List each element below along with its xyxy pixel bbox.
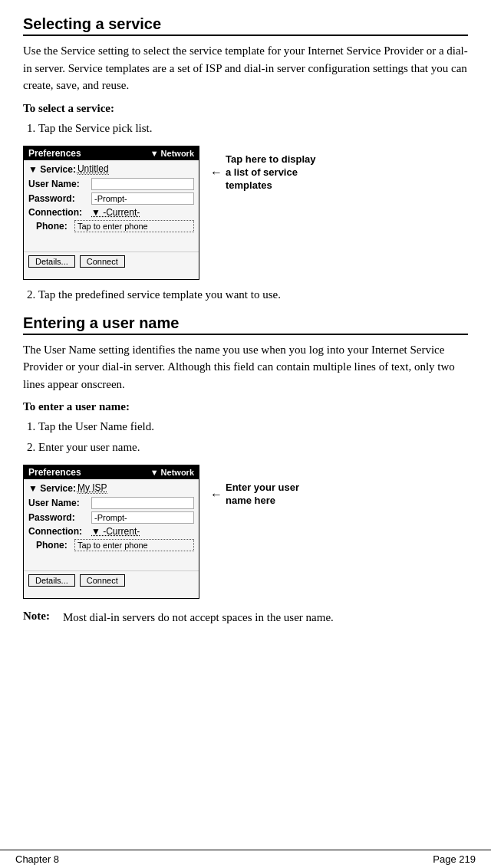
screen1-phone-field[interactable]: Tap to enter phone [74, 220, 194, 232]
screen2-body: ▼ Service: My ISP User Name: Password: -… [24, 479, 199, 570]
section1-steps2: Tap the predefined service template you … [38, 286, 468, 304]
figure2: Preferences ▼ Network ▼ Service: My ISP … [23, 465, 468, 599]
footer-left: Chapter 8 [15, 853, 59, 865]
screen2-service-value[interactable]: My ISP [77, 482, 107, 494]
screen2-connection-value[interactable]: ▼ -Current- [91, 526, 194, 537]
screen1-titlebar: Preferences ▼ Network [24, 146, 199, 160]
screen1-title-left: Preferences [28, 148, 81, 159]
screen2-phone-row: Phone: Tap to enter phone [28, 539, 194, 551]
section2-step1: Tap the User Name field. [38, 418, 468, 436]
screen1-connect-button[interactable]: Connect [80, 255, 125, 268]
section2-steps: Tap the User Name field. Enter your user… [38, 418, 468, 455]
screen1-connection-label: Connection: [28, 207, 91, 218]
figure1-callout-text: Tap here to displaya list of servicetemp… [226, 153, 316, 192]
screen1-username-row: User Name: [28, 178, 194, 190]
section2-step2: Enter your user name. [38, 439, 468, 456]
figure1: Preferences ▼ Network ▼ Service: Untitle… [23, 146, 468, 280]
screen1-service-label: ▼ Service: [28, 164, 76, 175]
screen1-username-label: User Name: [28, 179, 91, 189]
screen1-service-row: ▼ Service: Untitled [28, 163, 194, 175]
screen1-footer: Details... Connect [24, 252, 199, 271]
screen2-footer: Details... Connect [24, 570, 199, 590]
screen2-empty [28, 554, 194, 567]
section2-body: The User Name setting identifies the nam… [23, 341, 468, 393]
section1-step1: Tap the Service pick list. [38, 120, 468, 137]
screen2-username-label: User Name: [28, 498, 91, 508]
section1-steps: Tap the Service pick list. [38, 120, 468, 137]
section1-title: Selecting a service [23, 15, 468, 36]
screen2-connection-label: Connection: [28, 526, 91, 537]
screen2-service-label: ▼ Service: [28, 483, 76, 494]
figure2-callout-text: Enter your username here [226, 482, 299, 508]
section2-to-label: To enter a user name: [23, 400, 468, 413]
palm-screen-2: Preferences ▼ Network ▼ Service: My ISP … [23, 465, 199, 599]
screen1-connection-value[interactable]: ▼ -Current- [91, 207, 194, 218]
screen2-password-field[interactable]: -Prompt- [91, 511, 194, 524]
screen2-username-field[interactable] [91, 497, 194, 509]
section1-step2: Tap the predefined service template you … [38, 286, 468, 304]
note-text: Most dial-in servers do not accept space… [63, 610, 334, 626]
screen2-phone-field[interactable]: Tap to enter phone [74, 539, 194, 551]
screen1-phone-label: Phone: [36, 221, 74, 232]
screen2-title-left: Preferences [28, 467, 81, 478]
screen2-connection-row: Connection: ▼ -Current- [28, 526, 194, 537]
screen1-title-right: ▼ Network [150, 149, 194, 158]
screen1-password-row: Password: -Prompt- [28, 192, 194, 205]
screen2-service-row: ▼ Service: My ISP [28, 482, 194, 494]
section2-title: Entering a user name [23, 314, 468, 335]
screen2-titlebar: Preferences ▼ Network [24, 465, 199, 479]
screen2-username-row: User Name: [28, 497, 194, 509]
screen2-title-right: ▼ Network [150, 468, 194, 477]
screen1-service-value[interactable]: Untitled [77, 163, 109, 175]
screen2-connect-button[interactable]: Connect [80, 574, 125, 587]
screen2-password-label: Password: [28, 512, 91, 523]
screen1-empty [28, 235, 194, 248]
screen2-password-row: Password: -Prompt- [28, 511, 194, 524]
figure1-callout-area: ← Tap here to displaya list of servicete… [199, 146, 316, 192]
section1-to-label: To select a service: [23, 102, 468, 115]
section1-body: Use the Service setting to select the se… [23, 42, 468, 94]
screen2-details-button[interactable]: Details... [28, 574, 75, 587]
screen1-password-label: Password: [28, 193, 91, 204]
note-row: Note: Most dial-in servers do not accept… [23, 610, 468, 626]
figure1-callout-line: ← Tap here to displaya list of servicete… [210, 153, 316, 192]
callout1-arrow-icon: ← [210, 166, 222, 179]
page-footer: Chapter 8 Page 219 [0, 850, 491, 868]
callout2-arrow-icon: ← [210, 488, 222, 501]
screen1-password-field[interactable]: -Prompt- [91, 192, 194, 205]
palm-screen-1: Preferences ▼ Network ▼ Service: Untitle… [23, 146, 199, 280]
screen1-phone-row: Phone: Tap to enter phone [28, 220, 194, 232]
screen1-connection-row: Connection: ▼ -Current- [28, 207, 194, 218]
note-label: Note: [23, 610, 63, 623]
screen1-body: ▼ Service: Untitled User Name: Password:… [24, 160, 199, 252]
footer-right: Page 219 [433, 853, 476, 865]
screen2-phone-label: Phone: [36, 540, 74, 551]
figure2-callout-line: ← Enter your username here [210, 482, 299, 508]
figure2-callout-area: ← Enter your username here [199, 465, 299, 508]
screen1-username-field[interactable] [91, 178, 194, 190]
screen1-details-button[interactable]: Details... [28, 255, 75, 268]
